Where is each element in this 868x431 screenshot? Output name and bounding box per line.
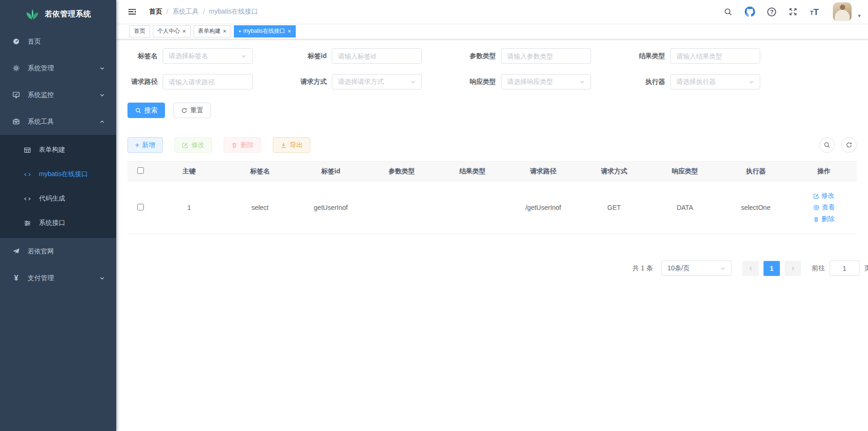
chevron-left-icon: [748, 266, 754, 271]
sidebar-item-mybatis-api[interactable]: mybatis在线接口: [0, 162, 116, 186]
help-button[interactable]: ?: [763, 4, 781, 20]
tab-mybatis-api[interactable]: ● mybatis在线接口 ×: [234, 25, 296, 37]
page-number-1[interactable]: 1: [763, 261, 780, 276]
sliders-icon: [23, 219, 31, 227]
filter-label: 响应类型: [466, 78, 496, 86]
fullscreen-button[interactable]: [784, 3, 802, 20]
export-button[interactable]: 导出: [273, 137, 310, 153]
close-icon[interactable]: ×: [223, 28, 227, 34]
tab-label: 表单构建: [198, 27, 221, 35]
gear-icon: [12, 64, 20, 72]
row-view-link[interactable]: 查看: [813, 203, 835, 212]
cell-id: 1: [154, 181, 224, 234]
sidebar-item-home[interactable]: 首页: [0, 28, 116, 55]
header-search-button[interactable]: [719, 4, 737, 20]
op-label: 查看: [822, 203, 835, 212]
select-placeholder: 请选择执行器: [676, 78, 716, 86]
code-icon: [23, 195, 31, 203]
sidebar-item-label: mybatis在线接口: [39, 170, 88, 178]
cell-response-type: DATA: [650, 181, 720, 234]
row-edit-link[interactable]: 修改: [813, 192, 835, 200]
chevron-down-icon: [241, 53, 247, 59]
data-table: 主键 标签名 标签id 参数类型 结果类型 请求路径 请求方式 响应类型 执行器…: [127, 161, 857, 234]
tab-profile[interactable]: 个人中心 ×: [153, 25, 191, 37]
table-tool-circles: [819, 137, 857, 153]
row-checkbox[interactable]: [137, 204, 144, 210]
sidebar-item-label: 表单构建: [39, 146, 65, 154]
sidebar-item-system-monitor[interactable]: 系统监控: [0, 82, 116, 108]
sidebar-item-form-builder[interactable]: 表单构建: [0, 138, 116, 162]
goto-label: 前往: [812, 264, 825, 273]
page-size-value: 10条/页: [667, 264, 689, 273]
table-icon: [23, 146, 31, 154]
sidebar-item-payment[interactable]: ¥ 支付管理: [0, 265, 116, 291]
github-link-button[interactable]: [740, 3, 760, 21]
logo-plant-icon: [25, 7, 39, 21]
select-placeholder: 请选择标签名: [169, 52, 208, 60]
add-button[interactable]: + 新增: [127, 137, 163, 153]
page-size-select[interactable]: 10条/页: [661, 260, 732, 276]
tab-home[interactable]: 首页: [129, 25, 150, 37]
close-icon[interactable]: ×: [287, 28, 291, 34]
close-icon[interactable]: ×: [182, 28, 186, 34]
breadcrumb-home[interactable]: 首页: [149, 7, 162, 16]
tag-name-select[interactable]: 请选择标签名: [163, 48, 253, 64]
tab-form-builder[interactable]: 表单构建 ×: [194, 25, 232, 37]
avatar[interactable]: [833, 2, 852, 21]
dashboard-icon: [12, 37, 20, 45]
col-header: 请求路径: [508, 162, 579, 181]
param-type-input[interactable]: [501, 48, 591, 64]
row-delete-link[interactable]: 删除: [813, 215, 835, 223]
cell-tag-id: getUserInof: [295, 181, 366, 234]
chevron-up-icon: [99, 119, 105, 125]
filter-param-type: 参数类型: [466, 48, 591, 64]
sidebar-toggle-button[interactable]: [121, 7, 143, 16]
sidebar-item-label: 系统工具: [28, 118, 54, 126]
result-type-input[interactable]: [670, 48, 760, 64]
request-path-input[interactable]: [163, 74, 253, 89]
executor-select[interactable]: 请选择执行器: [670, 74, 760, 89]
sidebar-item-system-manage[interactable]: 系统管理: [0, 55, 116, 82]
refresh-table-button[interactable]: [841, 137, 857, 153]
font-size-button[interactable]: TT: [805, 4, 823, 20]
sidebar-item-system-api[interactable]: 系统接口: [0, 211, 116, 235]
filter-result-type: 结果类型: [635, 48, 760, 64]
chevron-down-icon: [99, 92, 105, 98]
edit-button[interactable]: 修改: [174, 137, 212, 153]
col-header: 响应类型: [650, 162, 720, 181]
col-header: 标签id: [295, 162, 366, 181]
search-button[interactable]: 搜索: [127, 103, 165, 118]
download-icon: [280, 142, 287, 149]
next-page-button[interactable]: [785, 261, 801, 276]
sidebar-item-system-tools[interactable]: 系统工具: [0, 108, 116, 135]
tag-id-input[interactable]: [332, 48, 422, 64]
edit-icon: [182, 142, 188, 149]
cell-tag-name: select: [224, 181, 295, 234]
delete-button[interactable]: 删除: [224, 137, 261, 153]
table-row[interactable]: 1 select getUserInof /getUserInof GET DA…: [127, 181, 857, 234]
op-label: 修改: [822, 192, 835, 200]
filter-response-type: 响应类型 请选择响应类型: [466, 74, 591, 89]
avatar-caret-down-icon[interactable]: ▼: [857, 14, 861, 18]
top-navbar: 首页 / 系统工具 / mybatis在线接口 ?: [116, 0, 868, 23]
toggle-search-button[interactable]: [819, 137, 835, 153]
goto-unit-label: 页: [864, 264, 868, 273]
response-type-select[interactable]: 请选择响应类型: [501, 74, 591, 89]
trash-icon: [813, 216, 819, 223]
monitor-icon: [12, 91, 20, 99]
request-method-select[interactable]: 请选择请求方式: [332, 74, 422, 89]
sidebar-item-official-site[interactable]: 若依官网: [0, 238, 116, 265]
filter-label: 结果类型: [635, 52, 665, 60]
paper-plane-icon: [12, 247, 20, 255]
goto-page-input[interactable]: [830, 260, 860, 276]
sidebar-item-label: 支付管理: [28, 274, 54, 282]
pagination: 共 1 条 10条/页 1 前往 页: [127, 260, 868, 276]
prev-page-button[interactable]: [742, 261, 759, 276]
github-icon: [745, 7, 755, 17]
select-all-checkbox[interactable]: [137, 167, 144, 174]
select-placeholder: 请选择响应类型: [507, 78, 553, 86]
filter-executor: 执行器 请选择执行器: [635, 74, 760, 89]
sidebar-item-code-gen[interactable]: 代码生成: [0, 186, 116, 211]
logo[interactable]: 若依管理系统: [0, 0, 116, 28]
reset-button[interactable]: 重置: [173, 103, 211, 118]
